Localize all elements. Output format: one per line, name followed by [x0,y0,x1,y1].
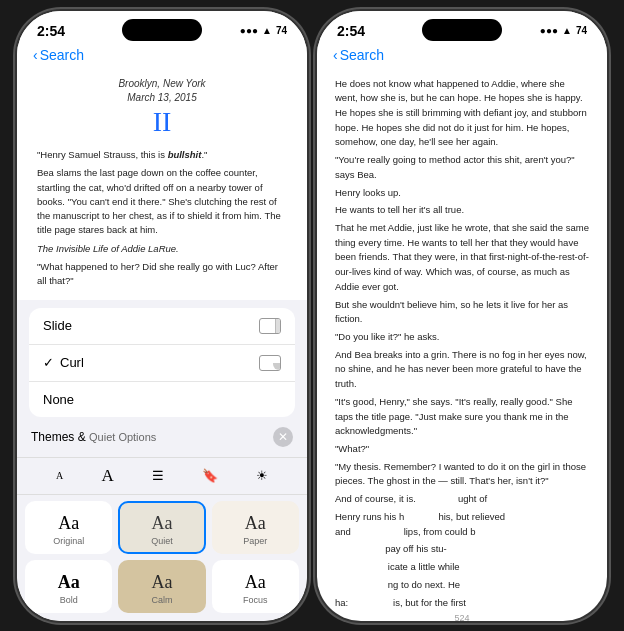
right-battery-icon: 74 [576,25,587,36]
theme-name-bold: Bold [60,595,78,605]
theme-card-paper[interactable]: Aa Paper [212,501,299,554]
slide-icon [259,318,281,334]
themes-title: Themes & Quiet Options [31,430,156,444]
right-signal-icon: ●●● [540,25,558,36]
left-book-content: Brooklyn, New YorkMarch 13, 2015 II "Hen… [17,69,307,289]
theme-aa-original: Aa [58,513,79,534]
theme-card-bold[interactable]: Aa Bold [25,560,112,613]
chevron-left-icon: ‹ [33,47,38,63]
font-toolbar: A A ☰ 🔖 ☀ [17,457,307,495]
right-para-11: "My thesis. Remember? I wanted to do it … [335,460,589,489]
right-para-10: "What?" [335,442,589,457]
theme-aa-bold: Aa [58,572,80,593]
chapter-number: II [37,105,287,139]
curl-menu-item[interactable]: ✓ Curl [29,345,295,382]
bottom-panel: Slide ✓ Curl None [17,300,307,621]
font-size-small-button[interactable]: A [50,468,69,483]
right-para-12: And of course, it is. ught of [335,492,589,507]
page-number: 524 [317,609,607,621]
left-phone: 2:54 ●●● ▲ 74 ‹ Search Brooklyn, New Yor… [17,11,307,621]
theme-card-focus[interactable]: Aa Focus [212,560,299,613]
wifi-icon: ▲ [262,25,272,36]
left-time: 2:54 [37,23,65,39]
right-nav-bar: ‹ Search [317,43,607,69]
dynamic-island [122,19,202,41]
right-wifi-icon: ▲ [562,25,572,36]
right-para-2: "You're really going to method actor thi… [335,153,589,182]
right-dynamic-island [422,19,502,41]
curl-icon [259,355,281,371]
chapter-header: Brooklyn, New YorkMarch 13, 2015 II [37,77,287,139]
right-para-16: ng to do next. He [335,578,589,593]
right-para-4: He wants to tell her it's all true. [335,203,589,218]
signal-icon: ●●● [240,25,258,36]
right-chevron-left-icon: ‹ [333,47,338,63]
slide-label: Slide [43,318,72,333]
left-back-button[interactable]: ‹ Search [33,47,84,63]
theme-aa-paper: Aa [245,513,266,534]
para-3: The Invisible Life of Addie LaRue. [37,242,287,256]
theme-name-calm: Calm [151,595,172,605]
right-para-3: Henry looks up. [335,186,589,201]
right-para-5: That he met Addie, just like he wrote, t… [335,221,589,295]
theme-aa-quiet: Aa [151,513,172,534]
bookmark-button[interactable]: 🔖 [196,466,224,486]
brightness-button[interactable]: ☀ [250,466,274,486]
theme-card-calm[interactable]: Aa Calm [118,560,205,613]
curl-item-left: ✓ Curl [43,355,84,370]
slide-menu-item[interactable]: Slide [29,308,295,345]
right-status-icons: ●●● ▲ 74 [540,25,587,36]
theme-name-quiet: Quiet [151,536,173,546]
right-phone: 2:54 ●●● ▲ 74 ‹ Search He does not know … [317,11,607,621]
theme-name-original: Original [53,536,84,546]
none-item-left: None [43,392,74,407]
battery-icon: 74 [276,25,287,36]
theme-card-original[interactable]: Aa Original [25,501,112,554]
para-1: "Henry Samuel Strauss, this is bullshit.… [37,148,287,162]
left-status-icons: ●●● ▲ 74 [240,25,287,36]
slide-item-left: Slide [43,318,72,333]
chapter-location: Brooklyn, New YorkMarch 13, 2015 [37,77,287,105]
right-para-1: He does not know what happened to Addie,… [335,77,589,151]
right-book-content: He does not know what happened to Addie,… [317,69,607,609]
right-para-17: ha: is, but for the first [335,596,589,609]
none-label: None [43,392,74,407]
close-button[interactable]: ✕ [273,427,293,447]
none-menu-item[interactable]: None [29,382,295,417]
right-para-15: icate a little while [335,560,589,575]
phones-container: 2:54 ●●● ▲ 74 ‹ Search Brooklyn, New Yor… [17,11,607,621]
right-para-14: pay off his stu- [335,542,589,557]
check-icon: ✓ [43,355,54,370]
right-para-8: And Bea breaks into a grin. There is no … [335,348,589,392]
theme-aa-calm: Aa [151,572,172,593]
theme-aa-focus: Aa [245,572,266,593]
right-para-9: "It's good, Henry," she says. "It's real… [335,395,589,439]
themes-header: Themes & Quiet Options ✕ [31,427,293,447]
para-2: Bea slams the last page down on the coff… [37,166,287,237]
left-nav-bar: ‹ Search [17,43,307,69]
right-time: 2:54 [337,23,365,39]
format-button[interactable]: ☰ [146,466,170,486]
theme-card-quiet[interactable]: Aa Quiet [118,501,205,554]
right-back-button[interactable]: ‹ Search [333,47,384,63]
themes-grid: Aa Original Aa Quiet Aa Paper Aa Bold Aa [17,501,307,621]
curl-label: Curl [60,355,84,370]
para-4: "What happened to her? Did she really go… [37,260,287,289]
themes-section: Themes & Quiet Options ✕ [17,423,307,457]
theme-name-paper: Paper [243,536,267,546]
right-para-7: "Do you like it?" he asks. [335,330,589,345]
transition-menu: Slide ✓ Curl None [29,308,295,417]
font-size-large-button[interactable]: A [95,464,119,488]
theme-name-focus: Focus [243,595,268,605]
right-para-6: But she wouldn't believe him, so he lets… [335,298,589,327]
right-para-13: Henry runs his h his, but relieved and l… [335,510,589,539]
